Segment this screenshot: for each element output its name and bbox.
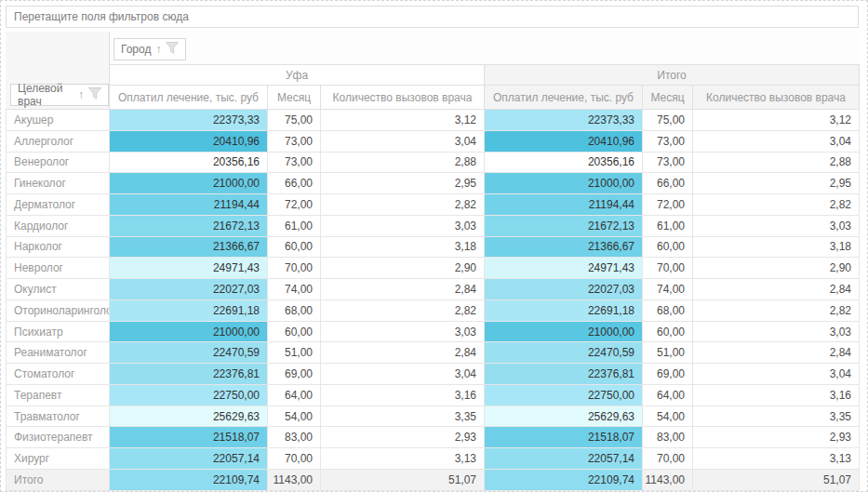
payment-cell: 21518,07: [485, 427, 643, 448]
month-cell: 54,00: [643, 406, 693, 428]
month-cell: 83,00: [268, 427, 321, 448]
group-label: Итого: [657, 69, 686, 82]
payment-cell: 24971,43: [485, 258, 643, 279]
payment-cell: 20410,96: [485, 131, 643, 153]
calls-cell: 2,95: [321, 173, 485, 194]
payment-cell: 21672,13: [485, 216, 643, 237]
month-cell: 60,00: [268, 322, 321, 343]
calls-cell: 2,88: [693, 153, 860, 174]
payment-cell: 25629,63: [485, 406, 643, 428]
calls-cell: 2,90: [321, 258, 485, 279]
payment-cell: 21366,67: [485, 237, 643, 259]
payment-cell: 22373,33: [485, 110, 643, 131]
calls-cell: 2,82: [693, 194, 860, 216]
filter-funnel-icon[interactable]: [166, 42, 179, 57]
payment-cell: 21000,00: [110, 173, 268, 194]
pivot-table: Целевой врач ↑ Город ↑ Уфа Итого Оплатил…: [6, 32, 860, 491]
column-group-header-ufa[interactable]: Уфа: [110, 65, 485, 86]
month-cell: 75,00: [268, 110, 321, 131]
measure-header-month-total[interactable]: Месяц: [643, 86, 693, 110]
month-cell: 73,00: [268, 131, 321, 153]
measure-header-calls[interactable]: Количество вызовов врача: [321, 86, 485, 110]
payment-cell: 20356,16: [110, 153, 268, 174]
measure-header-payment-total[interactable]: Оплатил лечение, тыс. руб: [485, 86, 643, 110]
payment-cell: 21194,44: [110, 194, 268, 216]
calls-cell: 3,35: [321, 406, 485, 428]
column-group-header-total: Итого: [485, 65, 860, 86]
calls-cell: 2,82: [693, 300, 860, 322]
month-cell: 60,00: [268, 237, 321, 259]
month-cell: 64,00: [643, 385, 693, 406]
sort-ascending-icon[interactable]: ↑: [78, 89, 84, 100]
month-cell: 60,00: [643, 237, 693, 259]
calls-cell: 2,95: [693, 173, 860, 194]
month-cell: 83,00: [643, 427, 693, 448]
payment-cell: 22470,59: [110, 342, 268, 364]
payment-cell: 22376,81: [110, 364, 268, 385]
row-label-cell: Стоматолог: [6, 364, 110, 385]
month-cell: 1143,00: [268, 470, 321, 491]
calls-cell: 3,13: [693, 448, 860, 470]
row-fields-area: Целевой врач ↑: [6, 32, 110, 110]
month-cell: 68,00: [268, 300, 321, 322]
column-field-label: Город: [121, 43, 151, 56]
payment-cell: 22470,59: [485, 342, 643, 364]
calls-cell: 2,90: [693, 258, 860, 279]
payment-cell: 22057,14: [110, 448, 268, 470]
month-cell: 54,00: [268, 406, 321, 428]
sort-ascending-icon[interactable]: ↑: [155, 44, 161, 55]
payment-cell: 25629,63: [110, 406, 268, 428]
row-label-cell: Невролог: [6, 258, 110, 279]
payment-cell: 21000,00: [110, 322, 268, 343]
calls-cell: 3,12: [693, 110, 860, 131]
month-cell: 1143,00: [643, 470, 693, 491]
payment-cell: 22027,03: [110, 279, 268, 300]
payment-cell: 24971,43: [110, 258, 268, 279]
payment-cell: 20356,16: [485, 153, 643, 174]
filter-fields-drop-area[interactable]: Перетащите поля фильтров сюда: [6, 6, 859, 28]
calls-cell: 2,93: [693, 427, 860, 448]
calls-cell: 51,07: [693, 470, 860, 491]
payment-cell: 21000,00: [485, 173, 643, 194]
month-cell: 69,00: [268, 364, 321, 385]
calls-cell: 3,04: [693, 131, 860, 153]
month-cell: 70,00: [643, 448, 693, 470]
payment-cell: 20410,96: [110, 131, 268, 153]
payment-cell: 22376,81: [485, 364, 643, 385]
calls-cell: 2,82: [321, 194, 485, 216]
calls-cell: 3,03: [693, 216, 860, 237]
month-cell: 51,00: [643, 342, 693, 364]
payment-cell: 22373,33: [110, 110, 268, 131]
calls-cell: 3,16: [693, 385, 860, 406]
calls-cell: 3,04: [321, 364, 485, 385]
row-label-cell: Гинеколог: [6, 173, 110, 194]
pivot-grid: Перетащите поля фильтров сюда Целевой вр…: [0, 0, 868, 492]
payment-cell: 22027,03: [485, 279, 643, 300]
payment-cell: 22750,00: [485, 385, 643, 406]
row-label-cell: Травматолог: [6, 406, 110, 428]
calls-cell: 3,12: [321, 110, 485, 131]
row-label-cell: Терапевт: [6, 385, 110, 406]
measure-header-calls-total[interactable]: Количество вызовов врача: [693, 86, 860, 110]
column-field-button[interactable]: Город ↑: [114, 38, 186, 60]
month-cell: 72,00: [268, 194, 321, 216]
row-label-cell: Аллерголог: [6, 131, 110, 153]
measure-header-month[interactable]: Месяц: [268, 86, 321, 110]
month-cell: 74,00: [268, 279, 321, 300]
row-field-button[interactable]: Целевой врач ↑: [10, 84, 109, 106]
month-cell: 66,00: [643, 173, 693, 194]
month-cell: 61,00: [643, 216, 693, 237]
grand-total-row-label: Итого: [6, 470, 110, 491]
month-cell: 72,00: [643, 194, 693, 216]
group-label: Уфа: [286, 69, 308, 82]
calls-cell: 2,84: [693, 279, 860, 300]
row-label-cell: Дерматолог: [6, 194, 110, 216]
calls-cell: 3,03: [321, 322, 485, 343]
calls-cell: 3,18: [321, 237, 485, 259]
filter-funnel-icon[interactable]: [88, 87, 101, 102]
month-cell: 73,00: [643, 131, 693, 153]
payment-cell: 21672,13: [110, 216, 268, 237]
row-label-cell: Акушер: [6, 110, 110, 131]
payment-cell: 21000,00: [485, 322, 643, 343]
measure-header-payment[interactable]: Оплатил лечение, тыс. руб: [110, 86, 268, 110]
